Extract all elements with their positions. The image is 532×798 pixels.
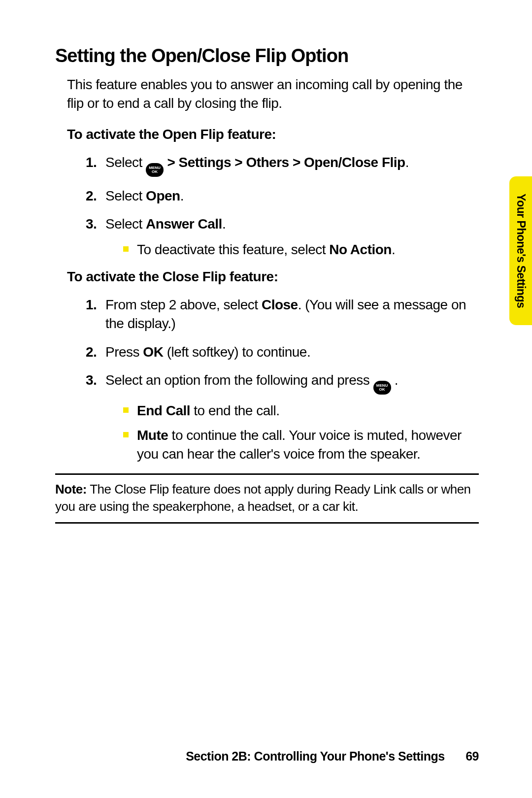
- note-block: Note: The Close Flip feature does not ap…: [55, 473, 479, 524]
- step-item: 3. Select Answer Call. To deactivate thi…: [86, 215, 479, 259]
- sub-bullet-list: End Call to end the call. Mute to contin…: [105, 401, 479, 463]
- subhead-close-flip: To activate the Close Flip feature:: [55, 269, 479, 285]
- step-number: 2.: [86, 343, 97, 362]
- note-body: The Close Flip feature does not apply du…: [55, 482, 471, 514]
- subhead-open-flip: To activate the Open Flip feature:: [55, 127, 479, 142]
- menu-ok-icon: MENUOK: [146, 163, 164, 177]
- sub-bullet-item: To deactivate this feature, select No Ac…: [123, 240, 479, 259]
- intro-paragraph: This feature enables you to answer an in…: [55, 75, 479, 113]
- step-item: 1. Select MENUOK > Settings > Others > O…: [86, 153, 479, 177]
- page-content: Setting the Open/Close Flip Option This …: [0, 0, 532, 524]
- step-number: 1.: [86, 153, 97, 172]
- menu-ok-icon: MENUOK: [373, 381, 391, 395]
- step-number: 3.: [86, 371, 97, 390]
- step-number: 1.: [86, 296, 97, 314]
- step-number: 3.: [86, 215, 97, 233]
- steps-close-flip: 1. From step 2 above, select Close. (You…: [55, 296, 479, 464]
- step-text: Select: [105, 155, 146, 170]
- footer-section: Section 2B: Controlling Your Phone's Set…: [186, 749, 445, 763]
- sub-bullet-list: To deactivate this feature, select No Ac…: [105, 240, 479, 259]
- step-item: 2. Press OK (left softkey) to continue.: [86, 343, 479, 362]
- page-footer: Section 2B: Controlling Your Phone's Set…: [186, 749, 479, 764]
- step-text-bold: > Settings > Others > Open/Close Flip: [167, 155, 405, 170]
- sub-bullet-item: End Call to end the call.: [123, 401, 479, 420]
- steps-open-flip: 1. Select MENUOK > Settings > Others > O…: [55, 153, 479, 259]
- step-item: 1. From step 2 above, select Close. (You…: [86, 296, 479, 333]
- sub-bullet-item: Mute to continue the call. Your voice is…: [123, 426, 479, 464]
- page-number: 69: [466, 749, 479, 763]
- page-heading: Setting the Open/Close Flip Option: [55, 45, 479, 66]
- side-tab-label: Your Phone's Settings: [514, 194, 528, 308]
- note-label: Note:: [55, 482, 87, 497]
- step-number: 2.: [86, 187, 97, 205]
- step-item: 3. Select an option from the following a…: [86, 371, 479, 463]
- side-tab: Your Phone's Settings: [509, 176, 532, 325]
- step-item: 2. Select Open.: [86, 187, 479, 205]
